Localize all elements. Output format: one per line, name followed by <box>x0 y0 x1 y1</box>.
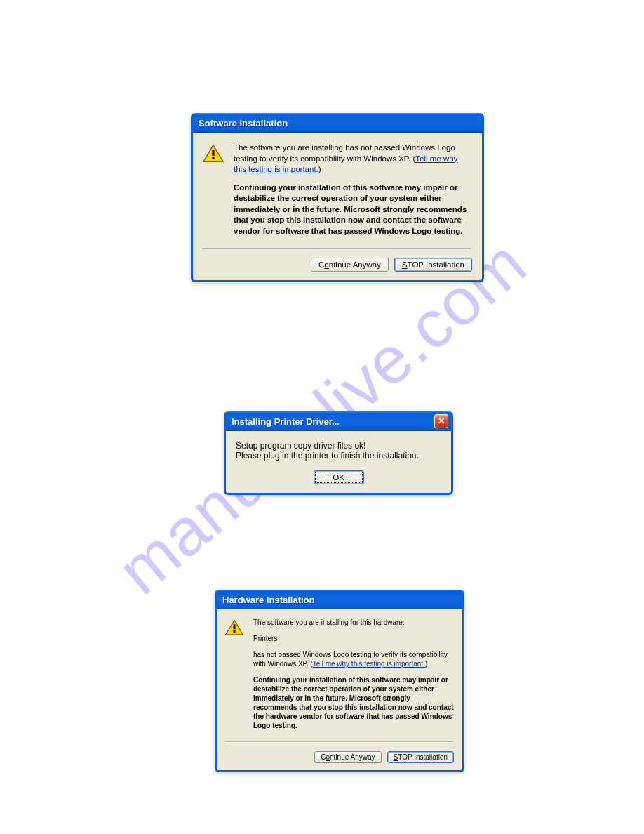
divider <box>225 741 454 743</box>
svg-rect-1 <box>212 150 214 155</box>
hw3-post: ) <box>425 660 427 668</box>
warning-icon <box>225 619 243 636</box>
msg1-post: ) <box>318 165 321 173</box>
installing-printer-driver-dialog: Installing Printer Driver... ✕ Setup pro… <box>224 411 453 495</box>
ok-button[interactable]: OK <box>314 470 364 484</box>
titlebar[interactable]: Software Installation <box>193 113 482 133</box>
dialog-body: The software you are installing for this… <box>217 609 462 770</box>
dialog-title: Hardware Installation <box>222 595 314 605</box>
svg-rect-5 <box>234 630 236 633</box>
close-icon: ✕ <box>438 416 445 426</box>
tell-me-why-link[interactable]: Tell me why this testing is important. <box>313 660 425 668</box>
titlebar[interactable]: Installing Printer Driver... ✕ <box>226 411 451 431</box>
divider <box>203 248 472 249</box>
close-button[interactable]: ✕ <box>434 414 448 428</box>
svg-rect-2 <box>212 157 214 159</box>
hardware-installation-dialog: Hardware Installation The software you a… <box>215 590 464 772</box>
stop-installation-button[interactable]: STOP Installation <box>387 751 454 763</box>
continue-anyway-button[interactable]: Continue Anyway <box>314 751 381 763</box>
dialog-body: The software you are installing has not … <box>193 133 482 280</box>
hw-line-1: The software you are installing for this… <box>253 618 454 627</box>
dialog-title: Installing Printer Driver... <box>232 416 340 427</box>
status-line-2: Please plug in the printer to finish the… <box>236 451 441 461</box>
message-area: The software you are installing for this… <box>253 618 454 737</box>
warning-text-1: The software you are installing has not … <box>234 143 472 176</box>
svg-rect-4 <box>234 624 236 629</box>
hw-line-2: Printers <box>253 634 454 643</box>
warning-text-2: Continuing your installation of this sof… <box>234 183 472 237</box>
dialog-title: Software Installation <box>199 118 288 128</box>
hw-line-4: Continuing your installation of this sof… <box>253 675 454 730</box>
hw-line-3: has not passed Windows Logo testing to v… <box>253 650 454 668</box>
titlebar[interactable]: Hardware Installation <box>217 590 462 609</box>
button-row: Continue Anyway STOP Installation <box>225 751 454 763</box>
status-line-1: Setup program copy driver files ok! <box>236 441 441 451</box>
message-area: The software you are installing has not … <box>234 143 472 244</box>
button-row: OK <box>236 470 441 484</box>
dialog-body: Setup program copy driver files ok! Plea… <box>226 431 451 493</box>
software-installation-dialog: Software Installation The software you a… <box>191 113 484 282</box>
warning-icon <box>203 144 224 164</box>
button-row: Continue Anyway STOP Installation <box>203 258 472 272</box>
continue-anyway-button[interactable]: Continue Anyway <box>311 258 389 272</box>
stop-installation-button[interactable]: STOP Installation <box>394 258 472 272</box>
